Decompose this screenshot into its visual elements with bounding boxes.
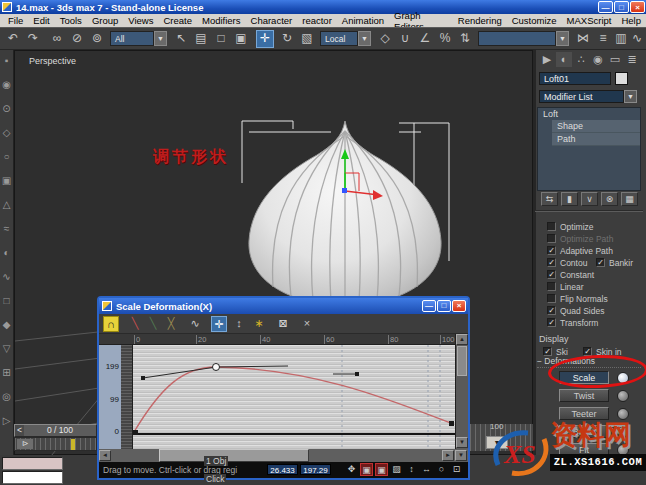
menu-group[interactable]: Group <box>87 15 123 26</box>
banking-checkbox[interactable]: ✓ <box>596 258 605 267</box>
modifier-list-dropdown[interactable]: Modifier List <box>539 90 624 103</box>
zoom-region-icon[interactable]: ⊡ <box>450 463 463 476</box>
curve-x-value-field[interactable]: 26.433 <box>267 464 298 475</box>
reactor-tool-4-icon[interactable]: ◇ <box>0 122 13 146</box>
delete-control-point-icon[interactable]: ⊠ <box>275 316 291 332</box>
twist-deformation-button[interactable]: Twist <box>559 389 609 402</box>
menu-views[interactable]: Views <box>123 15 158 26</box>
scroll-right-arrow[interactable]: ► <box>442 450 454 461</box>
optimize-checkbox[interactable] <box>547 222 556 231</box>
curve-y-value-field[interactable]: 197.29 <box>300 464 331 475</box>
track-bar-marker[interactable] <box>71 439 75 450</box>
tab-modify[interactable]: ◐ <box>556 52 572 67</box>
angle-snap-icon[interactable]: ∠ <box>416 30 434 48</box>
stack-item-loft[interactable]: Loft <box>538 108 640 120</box>
reactor-tool-6-icon[interactable]: ▣ <box>0 170 13 194</box>
reactor-tool-8-icon[interactable]: ≈ <box>0 218 13 242</box>
scroll-up-arrow[interactable]: ▲ <box>456 334 468 345</box>
vscroll-thumb[interactable] <box>457 346 467 376</box>
track-bar[interactable]: ⊳ <box>14 437 97 451</box>
bind-to-space-warp-icon[interactable]: ⊚ <box>88 30 106 48</box>
reactor-tool-7-icon[interactable]: △ <box>0 194 13 218</box>
scroll-down-arrow[interactable]: ▼ <box>456 437 468 448</box>
snaps-toggle-icon[interactable]: ∪ <box>396 30 414 48</box>
maxscript-mini-listener-white[interactable] <box>2 471 63 484</box>
deformation-graph[interactable] <box>133 345 455 449</box>
maxscript-mini-listener-pink[interactable] <box>2 457 63 470</box>
vscroll-bottom-arrow[interactable]: ▼ <box>455 450 467 461</box>
spinner-snap-icon[interactable]: ⇅ <box>456 30 474 48</box>
display-xy-axes-icon[interactable]: ╳ <box>163 316 179 332</box>
graph-vertical-scrollbar[interactable]: ▲ ▼ <box>455 334 468 449</box>
remove-modifier-button[interactable]: ⊗ <box>601 192 618 206</box>
make-symmetrical-icon[interactable]: ∩ <box>103 316 119 332</box>
align-icon[interactable]: ≡ <box>594 30 612 48</box>
mirror-icon[interactable]: ⋈ <box>574 30 592 48</box>
select-object-icon[interactable]: ↖ <box>172 30 190 48</box>
menu-reactor[interactable]: reactor <box>297 15 337 26</box>
select-and-link-icon[interactable]: ∞ <box>48 30 66 48</box>
redo-icon[interactable]: ↷ <box>24 30 42 48</box>
menu-edit[interactable]: Edit <box>28 15 54 26</box>
reactor-tool-3-icon[interactable]: ⊙ <box>0 98 13 122</box>
select-and-scale-icon[interactable]: ▧ <box>298 30 316 48</box>
menu-file[interactable]: File <box>3 15 28 26</box>
adaptive-path-checkbox[interactable]: ✓ <box>547 246 556 255</box>
zoom-extents-all-icon[interactable]: ▣ <box>375 463 388 476</box>
zoom-times-icon[interactable]: ↔ <box>420 463 433 476</box>
select-and-move-icon[interactable]: ✛ <box>256 30 274 48</box>
graph-horizontal-scrollbar[interactable]: ◄ ► ▼ <box>99 449 468 462</box>
reactor-tool-13-icon[interactable]: ▽ <box>0 338 13 362</box>
zoom-horiz-extents-icon[interactable]: ▨ <box>390 463 403 476</box>
reset-curve-icon[interactable]: × <box>299 316 315 332</box>
swap-deform-curves-icon[interactable]: ∿ <box>187 316 203 332</box>
reference-coordinate-arrow[interactable]: ▼ <box>358 31 371 46</box>
key-filter-icon[interactable]: ⊳ <box>17 439 33 449</box>
transform-checkbox[interactable]: ✓ <box>547 318 556 327</box>
named-selection-sets-arrow[interactable]: ▼ <box>556 31 569 46</box>
menu-modifiers[interactable]: Modifiers <box>197 15 246 26</box>
move-control-point-icon[interactable]: ✛ <box>211 316 227 332</box>
object-name-field[interactable]: Loft01 <box>539 72 611 85</box>
menu-animation[interactable]: Animation <box>337 15 389 26</box>
scroll-left-arrow[interactable]: ◄ <box>99 450 111 461</box>
percent-snap-icon[interactable]: % <box>436 30 454 48</box>
curve-editor-icon[interactable]: ∿ <box>628 30 646 48</box>
reactor-tool-10-icon[interactable]: ∿ <box>0 266 13 290</box>
object-color-swatch[interactable] <box>615 72 628 85</box>
optimize-path-checkbox[interactable] <box>547 234 556 243</box>
maximize-button[interactable]: □ <box>614 1 629 13</box>
menu-customize[interactable]: Customize <box>507 15 562 26</box>
tab-create[interactable]: ▶ <box>539 52 555 67</box>
scale-control-point-icon[interactable]: ↕ <box>231 316 247 332</box>
insert-corner-point-icon[interactable]: ∗ <box>251 316 267 332</box>
dialog-close-button[interactable]: × <box>452 300 466 312</box>
dialog-maximize-button[interactable]: □ <box>437 300 451 312</box>
stack-item-shape[interactable]: Shape <box>552 120 640 133</box>
reactor-tool-11-icon[interactable]: □ <box>0 290 13 314</box>
menu-maxscript[interactable]: MAXScript <box>562 15 617 26</box>
pin-stack-button[interactable]: ⇆ <box>541 192 558 206</box>
reactor-tool-5-icon[interactable]: ○ <box>0 146 13 170</box>
reactor-tool-2-icon[interactable]: ◉ <box>0 74 13 98</box>
minimize-button[interactable]: — <box>598 1 613 13</box>
rectangular-selection-icon[interactable]: □ <box>212 30 230 48</box>
select-and-manipulate-icon[interactable]: ◇ <box>376 30 394 48</box>
stack-item-path[interactable]: Path <box>552 133 640 146</box>
modifier-stack[interactable]: Loft Shape Path <box>537 107 641 191</box>
reference-coordinate-dropdown[interactable]: Local <box>320 31 358 46</box>
dialog-minimize-button[interactable]: — <box>422 300 436 312</box>
flip-normals-checkbox[interactable] <box>547 294 556 303</box>
menu-tools[interactable]: Tools <box>55 15 87 26</box>
selection-filter-arrow[interactable]: ▼ <box>154 31 167 46</box>
tab-motion[interactable]: ◉ <box>590 52 606 67</box>
menu-create[interactable]: Create <box>158 15 197 26</box>
window-crossing-icon[interactable]: ▣ <box>232 30 250 48</box>
dialog-title-bar[interactable]: Scale Deformation(X) — □ × <box>99 298 468 314</box>
contour-checkbox[interactable]: ✓ <box>547 258 556 267</box>
select-by-name-icon[interactable]: ▤ <box>192 30 210 48</box>
display-x-axis-icon[interactable]: ╲ <box>127 316 143 332</box>
tab-hierarchy[interactable]: ∴ <box>573 52 589 67</box>
reactor-tool-15-icon[interactable]: ◎ <box>0 386 13 410</box>
zoom-values-icon[interactable]: ↕ <box>405 463 418 476</box>
